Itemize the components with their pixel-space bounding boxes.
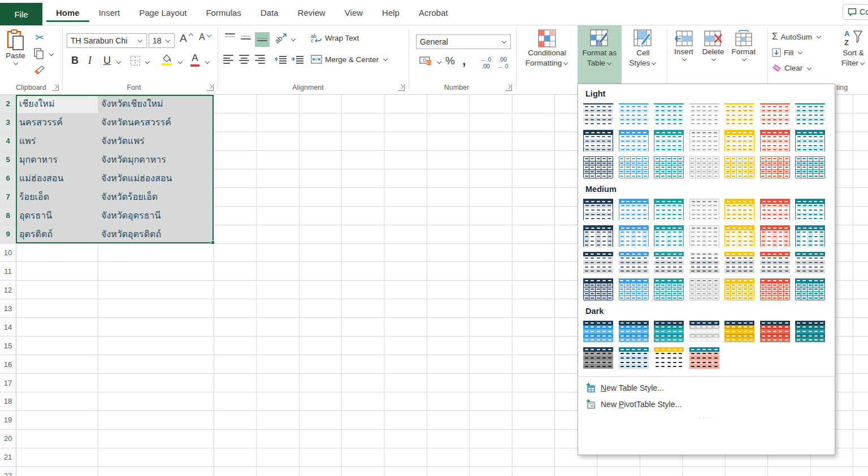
paste-dropdown-chevron[interactable] [14, 60, 18, 65]
table-style-light-18[interactable] [689, 156, 719, 178]
table-style-light-12[interactable] [724, 130, 754, 151]
align-middle-button[interactable] [239, 36, 253, 40]
table-style-dark-6[interactable] [760, 321, 790, 342]
cell-A8[interactable]: อุดรธานี [16, 207, 98, 225]
row-header-11[interactable]: 11 [0, 262, 16, 281]
cell-A2[interactable]: เชียงใหม่ [16, 95, 98, 113]
underline-dropdown-chevron[interactable] [116, 59, 121, 64]
cell-A19[interactable] [16, 411, 98, 430]
table-style-medium-22[interactable] [583, 278, 613, 300]
font-name-combobox[interactable]: TH Sarabun Chi [67, 33, 147, 48]
table-style-light-21[interactable] [795, 156, 825, 178]
table-style-medium-6[interactable] [760, 199, 790, 220]
row-header-7[interactable]: 7 [0, 188, 16, 207]
row-header-13[interactable]: 13 [0, 299, 16, 318]
row-header-18[interactable]: 18 [0, 392, 16, 411]
table-style-medium-16[interactable] [619, 252, 649, 273]
table-style-medium-25[interactable] [689, 278, 719, 300]
cell-B13[interactable] [98, 299, 214, 318]
table-style-medium-2[interactable] [619, 199, 649, 220]
row-header-22[interactable]: 22 [0, 467, 16, 476]
conditional-formatting-button[interactable]: Conditional Formatting [520, 29, 574, 68]
tab-formulas[interactable]: Formulas [196, 2, 251, 22]
table-style-light-3[interactable] [654, 103, 684, 125]
cell-B16[interactable] [98, 355, 214, 374]
table-style-dark-4[interactable] [689, 321, 719, 342]
new-table-style-menu-item[interactable]: New Table Style... [578, 379, 835, 396]
table-style-medium-1[interactable] [583, 199, 613, 220]
format-painter-button[interactable] [34, 64, 46, 75]
comments-button[interactable]: Co [843, 4, 868, 20]
clear-button[interactable]: Clear [772, 64, 812, 72]
empty-cells-row-22[interactable] [214, 467, 868, 476]
row-header-20[interactable]: 20 [0, 430, 16, 448]
cell-B7[interactable]: จังหวัดร้อยเอ็ด [98, 188, 214, 207]
tab-insert[interactable]: Insert [89, 2, 130, 22]
table-style-medium-12[interactable] [724, 225, 754, 247]
cell-A5[interactable]: มุกดาหาร [16, 151, 98, 169]
cell-A11[interactable] [16, 262, 98, 281]
table-style-medium-5[interactable] [724, 199, 754, 220]
cell-B8[interactable]: จังหวัดอุดรธานี [98, 207, 214, 225]
align-top-button[interactable] [223, 33, 237, 37]
row-header-6[interactable]: 6 [0, 169, 16, 188]
cell-B15[interactable] [98, 337, 214, 355]
table-style-light-2[interactable] [619, 103, 649, 125]
table-style-light-5[interactable] [724, 103, 754, 125]
gallery-resize-grip[interactable]: .... [578, 412, 835, 419]
decrease-indent-button[interactable] [275, 55, 287, 64]
cell-A12[interactable] [16, 281, 98, 299]
borders-button[interactable] [130, 55, 141, 66]
fill-button[interactable]: Fill [772, 48, 803, 57]
tab-home[interactable]: Home [46, 2, 89, 22]
underline-button[interactable]: U [103, 55, 111, 67]
table-style-medium-18[interactable] [689, 252, 719, 273]
cell-A4[interactable]: แพร่ [16, 132, 98, 151]
row-header-17[interactable]: 17 [0, 374, 16, 392]
sort-filter-button[interactable]: A Z Sort & Filter [837, 29, 868, 68]
paste-button[interactable]: Paste [6, 29, 25, 65]
cell-A16[interactable] [16, 355, 98, 374]
number-dialog-launcher[interactable] [505, 84, 512, 91]
align-center-button[interactable] [238, 55, 250, 64]
cell-B6[interactable]: จังหวัดแม่ฮ่องสอน [98, 169, 214, 188]
cell-A21[interactable] [16, 448, 98, 467]
font-color-button[interactable]: A [190, 53, 199, 67]
table-style-dark-1[interactable] [583, 321, 613, 342]
cell-B4[interactable]: จังหวัดแพร่ [98, 132, 214, 151]
cell-A10[interactable] [16, 244, 98, 263]
cell-B21[interactable] [98, 448, 214, 467]
cell-B5[interactable]: จังหวัดมุกดาหาร [98, 151, 214, 169]
table-style-light-16[interactable] [619, 156, 649, 178]
table-style-medium-11[interactable] [689, 225, 719, 247]
cell-B14[interactable] [98, 318, 214, 337]
table-style-dark-11[interactable] [689, 347, 719, 369]
cell-B22[interactable] [98, 467, 214, 476]
table-style-light-1[interactable] [583, 103, 613, 125]
table-style-light-4[interactable] [689, 103, 719, 125]
cell-B19[interactable] [98, 411, 214, 430]
font-color-dropdown-chevron[interactable] [205, 59, 210, 64]
table-style-medium-9[interactable] [619, 225, 649, 247]
table-style-medium-13[interactable] [760, 225, 790, 247]
row-header-14[interactable]: 14 [0, 318, 16, 337]
cell-A20[interactable] [16, 430, 98, 448]
table-style-medium-4[interactable] [689, 199, 719, 220]
table-style-medium-27[interactable] [760, 278, 790, 300]
decrease-decimal-button[interactable]: .00→.0 [497, 56, 508, 69]
cell-A22[interactable] [16, 467, 98, 476]
tab-review[interactable]: Review [288, 2, 335, 22]
table-style-dark-10[interactable] [654, 347, 684, 369]
table-style-medium-10[interactable] [654, 225, 684, 247]
decrease-font-size-button[interactable]: A [199, 32, 212, 42]
tab-help[interactable]: Help [372, 2, 409, 22]
row-header-9[interactable]: 9 [0, 225, 16, 244]
table-style-light-15[interactable] [583, 156, 613, 178]
accounting-dropdown-chevron[interactable] [437, 59, 441, 64]
row-header-3[interactable]: 3 [0, 113, 16, 132]
cell-B11[interactable] [98, 262, 214, 281]
row-header-21[interactable]: 21 [0, 448, 16, 467]
row-header-15[interactable]: 15 [0, 337, 16, 355]
row-header-2[interactable]: 2 [0, 95, 16, 113]
row-header-8[interactable]: 8 [0, 207, 16, 225]
